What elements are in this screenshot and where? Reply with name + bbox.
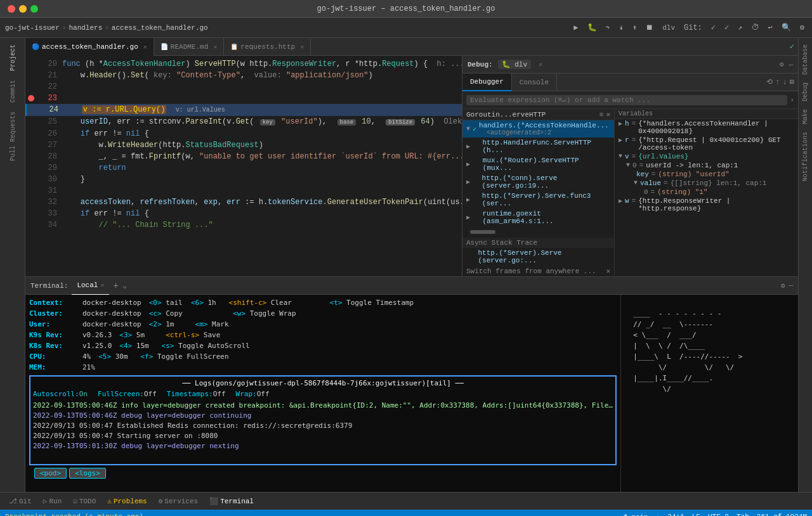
breadcrumb-file[interactable]: access_token_handler.go	[112, 24, 208, 32]
run-button[interactable]: ▶	[571, 22, 580, 34]
switch-frames-close[interactable]: ✕	[606, 267, 610, 275]
debug-tab-debugger[interactable]: Debugger	[462, 74, 512, 91]
tab-requests[interactable]: 📋 requests.http ✕	[224, 38, 311, 56]
terminal-close-icon[interactable]: —	[789, 281, 793, 290]
breadcrumb: go-jwt-issuer › handlers › access_token_…	[5, 24, 208, 32]
sidebar-panel-debug[interactable]: Debug	[802, 79, 809, 105]
debug-header: Debug: 🐛 dlv ✕ ⚙ —	[462, 56, 798, 74]
tab-readme-icon: 📄	[160, 43, 168, 51]
add-terminal-button[interactable]: +	[113, 281, 118, 291]
save-indicator: ✓	[786, 42, 798, 51]
step-in-button[interactable]: ↡	[617, 22, 626, 34]
tab-close-btn[interactable]: ✕	[143, 43, 147, 51]
var-v-0-key[interactable]: key = (string) "userId"	[630, 170, 798, 179]
dlv-label: dlv	[662, 24, 675, 32]
breadcrumb-project[interactable]: go-jwt-issuer	[5, 24, 60, 32]
debug-settings-icon[interactable]: ⚙	[780, 60, 784, 68]
code-line-29: 29 return	[25, 162, 462, 174]
wrap-control: Wrap:Off	[236, 390, 270, 398]
var-v-0[interactable]: ▼ 0 = userId -> len:1, cap:1	[622, 161, 798, 170]
var-v-0-value[interactable]: ▼ value = {[]string} len:1, cap:1	[630, 179, 798, 188]
sidebar-panel-make[interactable]: Make	[802, 105, 809, 128]
todo-nav-label: TODO	[79, 498, 96, 505]
nav-run[interactable]: ▷ Run	[39, 496, 65, 506]
goroutines-more-icon[interactable]: ✕	[606, 110, 610, 119]
logs-tag[interactable]: <logs>	[69, 468, 106, 479]
breadcrumb-folder[interactable]: handlers	[69, 24, 102, 32]
expression-arrow[interactable]: ›	[790, 96, 794, 104]
sidebar-panel-notifications[interactable]: Notifications	[802, 128, 809, 185]
pod-tag[interactable]: <pod>	[34, 468, 67, 479]
nav-git[interactable]: ⎇ Git	[5, 496, 36, 506]
nav-todo[interactable]: ☑ TODO	[69, 496, 100, 506]
var-w[interactable]: ▶ w = {http.ResponseWriter | *http.respo…	[615, 197, 798, 213]
log-line-3: 2022/09/13 05:00:47 Established Redis co…	[33, 421, 613, 431]
goroutines-filter-icon[interactable]: ≡	[599, 111, 604, 119]
autoscroll-control: Autoscroll:On	[33, 390, 88, 398]
todo-nav-icon: ☑	[73, 497, 77, 505]
nav-problems[interactable]: ⚠ Problems	[103, 496, 150, 506]
debug-title: Debug:	[468, 61, 493, 68]
log-line-5: 2022-09-13T05:01:30Z debug layer=debugge…	[33, 441, 613, 451]
history-icon[interactable]: ⏱	[749, 22, 762, 34]
terminal-settings-icon[interactable]: ⚙	[781, 281, 785, 290]
tab-requests-close[interactable]: ✕	[300, 43, 304, 51]
sidebar-item-pull-requests[interactable]: Pull Requests	[1, 108, 24, 165]
step-over-button[interactable]: ↷	[603, 22, 613, 34]
code-line-31: 31	[25, 185, 462, 197]
terminal-nav-icon: ⬛	[209, 497, 218, 505]
step-out-button[interactable]: ↟	[630, 22, 639, 34]
goroutine-item-3[interactable]: ▶ mux.(*Router).ServeHTTP (mux...	[462, 155, 614, 173]
debug-toolbar-icon1[interactable]: ⟲	[766, 77, 773, 87]
settings-icon[interactable]: ⚙	[797, 22, 807, 34]
tab-readme[interactable]: 📄 README.md ✕	[154, 38, 224, 56]
terminal-tab-label: Local	[77, 281, 98, 289]
sidebar-item-project[interactable]: Project	[1, 41, 24, 75]
goroutine-item-1[interactable]: ▼ ✓ handlers.(*AccessTokenHandle... <aut…	[462, 120, 614, 138]
stop-button[interactable]: ⏹	[643, 22, 656, 34]
search-icon[interactable]: 🔍	[779, 22, 794, 34]
terminal-chevron[interactable]: ⌄	[122, 281, 127, 290]
goroutine-item-6[interactable]: ▶ runtime.goexit (asm_arm64.s:1...	[462, 209, 614, 226]
async-trace-item[interactable]: http.(*Server).Serve (server.go:...	[462, 248, 614, 266]
debug-close-icon[interactable]: —	[789, 61, 793, 68]
debug-tab-console[interactable]: Console	[512, 74, 557, 91]
switch-frames: Switch frames from anywhere ... ✕	[462, 266, 614, 276]
terminal-tab-close[interactable]: ✕	[100, 281, 104, 289]
tab-readme-close[interactable]: ✕	[213, 43, 217, 51]
timestamps-control: Timestamps:Off	[167, 390, 226, 398]
nav-terminal[interactable]: ⬛ Terminal	[206, 496, 258, 506]
editor-panel: 20 func (h *AccessTokenHandler) ServeHTT…	[25, 56, 462, 276]
var-v-0-value-0[interactable]: 0 = (string) "1"	[638, 188, 798, 197]
var-r[interactable]: ▶ r = {*http.Request | 0x40001ce200} GET…	[615, 136, 798, 152]
k9s-row-context: Context: docker-desktop <0> tail <6> 1h …	[29, 297, 617, 308]
maximize-button[interactable]	[30, 5, 38, 13]
tab-access-token-handler[interactable]: 🔵 access_token_handler.go ✕	[25, 38, 154, 56]
logs-section: ── Logs(gons/gojwtissuer-dpl-5867f8444b-…	[29, 375, 617, 465]
goroutine-item-2[interactable]: ▶ http.HandlerFunc.ServeHTTP (h...	[462, 138, 614, 155]
dlv-indicator[interactable]: 🐛 dlv	[498, 60, 531, 69]
checkmark-icon[interactable]: ✓	[709, 22, 718, 34]
nav-services[interactable]: ⚙ Services	[155, 496, 202, 506]
sidebar-item-commit[interactable]: Commit	[1, 76, 24, 106]
expression-input[interactable]	[466, 95, 787, 105]
sidebar-panel-database[interactable]: Database	[802, 41, 809, 79]
debug-toolbar-icon4[interactable]: ⊞	[790, 77, 794, 87]
terminal-tab-local[interactable]: Local ✕	[72, 277, 109, 295]
external-link-icon[interactable]: ↗	[735, 22, 745, 34]
debug-toolbar-icon2[interactable]: ↑	[775, 78, 780, 87]
check2-icon[interactable]: ✓	[722, 22, 731, 34]
editor-content[interactable]: 20 func (h *AccessTokenHandler) ServeHTT…	[25, 56, 462, 276]
undo-icon[interactable]: ↩	[766, 22, 775, 34]
code-line-21: 21 w.Header().Set( key: "Content-Type", …	[25, 70, 462, 81]
goroutine-item-4[interactable]: ▶ http.(*conn).serve (server.go:19...	[462, 173, 614, 191]
var-v[interactable]: ▼ v = {url.Values}	[615, 152, 798, 161]
logs-controls: Autoscroll:On FullScreen:Off Timestamps:…	[33, 390, 613, 398]
debug-button[interactable]: 🐛	[585, 22, 599, 34]
minimize-button[interactable]	[19, 5, 27, 13]
debug-toolbar-icon3[interactable]: ↓	[783, 78, 787, 87]
var-h[interactable]: ▶ h = {*handlers.AccessTokenHandler | 0x…	[615, 119, 798, 136]
close-button[interactable]	[8, 5, 15, 13]
goroutines-label: Goroutin...erveHTTP	[466, 111, 546, 119]
goroutine-item-5[interactable]: ▶ http.(*Server).Serve.func3 (ser...	[462, 191, 614, 209]
